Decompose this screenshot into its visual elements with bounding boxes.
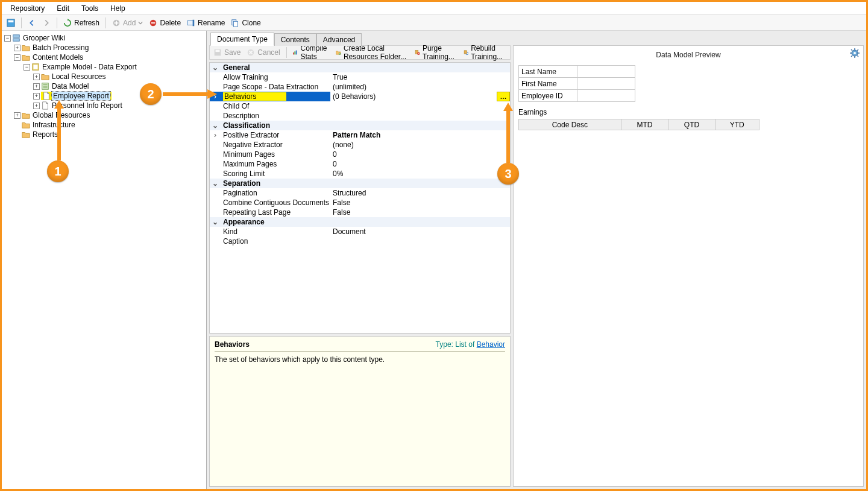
- nav-forward-button[interactable]: [40, 17, 53, 28]
- propgrid-section-appearance[interactable]: ⌄ Appearance: [210, 217, 510, 227]
- preview-field-value[interactable]: [577, 66, 635, 78]
- cancel-button[interactable]: Cancel: [244, 47, 282, 58]
- folder-icon: [22, 111, 30, 119]
- clone-button[interactable]: Clone: [228, 17, 263, 28]
- prop-value[interactable]: False: [330, 208, 510, 217]
- tree-root[interactable]: − Grooper Wiki: [2, 33, 206, 43]
- prop-child-of[interactable]: Child Of: [210, 101, 510, 111]
- svg-point-25: [854, 52, 856, 54]
- chevron-right-icon[interactable]: ›: [210, 131, 221, 139]
- prop-value[interactable]: (unlimited): [330, 83, 510, 91]
- prop-label: Behaviors: [221, 92, 330, 101]
- tree-label: Data Model: [51, 82, 90, 90]
- menu-tools[interactable]: Tools: [75, 3, 104, 14]
- tree-toggle[interactable]: +: [33, 93, 40, 100]
- prop-combine-contiguous[interactable]: Combine Contiguous Documents False: [210, 198, 510, 207]
- propgrid-section-separation[interactable]: ⌄ Separation: [210, 179, 510, 188]
- prop-negative-extractor[interactable]: Negative Extractor (none): [210, 140, 510, 150]
- refresh-label: Refresh: [74, 19, 99, 27]
- prop-positive-extractor[interactable]: › Positive Extractor Pattern Match: [210, 130, 510, 140]
- annotation-callout-2: 2: [140, 83, 162, 105]
- propgrid-section-general[interactable]: ⌄ General: [210, 63, 510, 72]
- prop-value[interactable]: 0: [330, 150, 510, 159]
- tree-example-model[interactable]: − Example Model - Data Export: [2, 62, 206, 72]
- prop-value[interactable]: Document: [330, 227, 510, 236]
- prop-value[interactable]: (0 Behaviors) …: [330, 92, 510, 101]
- tree-personnel-info[interactable]: + Personnel Info Report: [2, 101, 206, 110]
- tree-pane[interactable]: − Grooper Wiki + Batch Processing − Cont…: [2, 31, 207, 489]
- prop-value[interactable]: Structured: [330, 189, 510, 197]
- earnings-col: Code Desc: [519, 119, 621, 130]
- tree-local-resources[interactable]: + Local Resources: [2, 72, 206, 81]
- tree-toggle[interactable]: +: [33, 83, 40, 90]
- save-button[interactable]: Save: [211, 47, 243, 58]
- gear-icon[interactable]: [850, 48, 860, 58]
- prop-minimum-pages[interactable]: Minimum Pages 0: [210, 150, 510, 159]
- prop-page-scope[interactable]: Page Scope - Data Extraction (unlimited): [210, 82, 510, 92]
- prop-label: Combine Contiguous Documents: [221, 198, 330, 207]
- compile-label: Compile Stats: [301, 44, 330, 61]
- property-grid[interactable]: ⌄ General Allow Training True Page Scope…: [209, 62, 511, 334]
- tree-toggle[interactable]: +: [33, 74, 40, 80]
- rebuild-training-button[interactable]: Rebuild Training...: [461, 43, 509, 62]
- tab-contents[interactable]: Contents: [274, 33, 316, 46]
- prop-value[interactable]: Pattern Match: [330, 131, 510, 139]
- tree-global-resources[interactable]: + Global Resources: [2, 110, 206, 120]
- menu-repository[interactable]: Repository: [4, 3, 51, 14]
- prop-maximum-pages[interactable]: Maximum Pages 0: [210, 159, 510, 169]
- chevron-down-icon[interactable]: ⌄: [210, 218, 221, 226]
- help-title-row: Behaviors Type: List of Behavior: [215, 340, 505, 352]
- tree-label: Content Models: [31, 53, 84, 62]
- prop-value[interactable]: (none): [330, 141, 510, 149]
- arrow-right-icon: [42, 19, 51, 27]
- tree-batch-processing[interactable]: + Batch Processing: [2, 43, 206, 52]
- tab-document-type[interactable]: Document Type: [210, 33, 274, 46]
- chevron-down-icon[interactable]: ⌄: [210, 179, 221, 188]
- prop-kind[interactable]: Kind Document: [210, 227, 510, 236]
- tree-reports[interactable]: Reports: [2, 130, 206, 139]
- tab-advanced[interactable]: Advanced: [316, 33, 362, 46]
- preview-field-value[interactable]: [577, 78, 635, 90]
- tree-infrastructure[interactable]: Infrastructure: [2, 120, 206, 130]
- prop-description[interactable]: Description: [210, 111, 510, 121]
- prop-value[interactable]: 0: [330, 160, 510, 168]
- tree-toggle[interactable]: −: [24, 64, 30, 71]
- purge-training-button[interactable]: Purge Training...: [412, 43, 460, 62]
- tree-toggle[interactable]: +: [14, 45, 20, 51]
- tree-toggle[interactable]: +: [14, 112, 20, 119]
- delete-button[interactable]: Delete: [146, 17, 183, 28]
- tree-toggle[interactable]: +: [33, 103, 40, 109]
- rename-button[interactable]: Rename: [184, 17, 227, 28]
- toolbar-icon-app[interactable]: [4, 17, 17, 28]
- chevron-down-icon[interactable]: ⌄: [210, 121, 221, 130]
- prop-behaviors[interactable]: › Behaviors (0 Behaviors) …: [210, 92, 510, 101]
- prop-scoring-limit[interactable]: Scoring Limit 0%: [210, 169, 510, 179]
- propgrid-section-classification[interactable]: ⌄ Classification: [210, 121, 510, 130]
- add-button[interactable]: Add: [110, 17, 145, 28]
- preview-field-value[interactable]: [577, 90, 635, 102]
- prop-value[interactable]: 0%: [330, 169, 510, 178]
- document-icon: [41, 101, 49, 110]
- nav-back-button[interactable]: [25, 17, 39, 28]
- prop-pagination[interactable]: Pagination Structured: [210, 188, 510, 198]
- datamodel-icon: [41, 82, 49, 90]
- help-type-link[interactable]: Behavior: [477, 340, 505, 349]
- prop-value[interactable]: False: [330, 198, 510, 207]
- svg-line-33: [851, 55, 852, 57]
- tree-toggle[interactable]: −: [4, 35, 11, 42]
- menu-edit[interactable]: Edit: [51, 3, 75, 14]
- prop-caption[interactable]: Caption: [210, 236, 510, 246]
- menu-help[interactable]: Help: [104, 3, 131, 14]
- prop-allow-training[interactable]: Allow Training True: [210, 72, 510, 82]
- tree-toggle[interactable]: −: [14, 54, 20, 61]
- help-type-prefix: Type:: [436, 340, 456, 349]
- prop-value[interactable]: True: [330, 73, 510, 81]
- svg-rect-12: [34, 65, 38, 69]
- tree-label: Local Resources: [51, 72, 107, 81]
- ellipsis-button[interactable]: …: [497, 92, 510, 101]
- prop-repeating-last-page[interactable]: Repeating Last Page False: [210, 207, 510, 217]
- chevron-down-icon[interactable]: ⌄: [210, 63, 221, 72]
- tree-content-models[interactable]: − Content Models: [2, 52, 206, 62]
- refresh-button[interactable]: Refresh: [61, 17, 102, 28]
- svg-rect-10: [13, 39, 20, 41]
